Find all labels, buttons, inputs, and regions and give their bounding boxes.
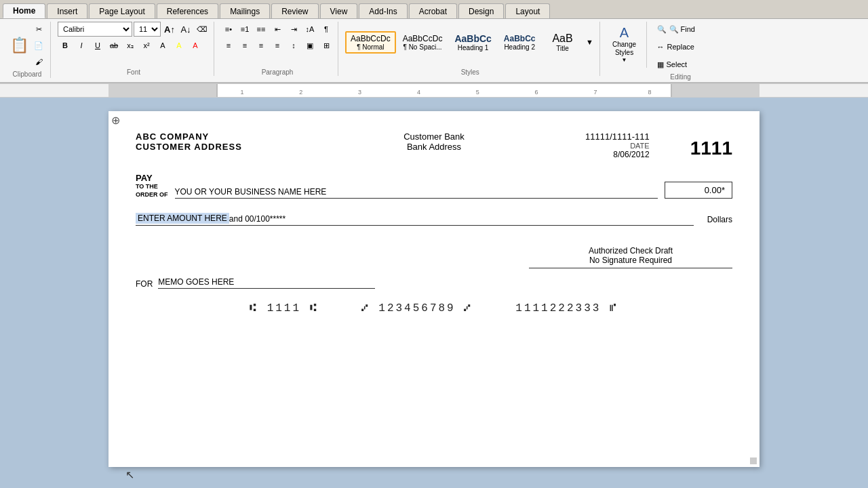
format-painter-button[interactable]: 🖌 <box>31 54 46 69</box>
align-center-button[interactable]: ≡ <box>237 38 252 53</box>
align-left-button[interactable]: ≡ <box>221 38 236 53</box>
highlight-color-button[interactable]: A <box>172 38 186 53</box>
select-icon: ▦ <box>657 60 664 69</box>
tab-references[interactable]: References <box>157 3 218 18</box>
change-styles-arrow: ▼ <box>622 57 627 63</box>
bullets-button[interactable]: ≡• <box>221 22 236 37</box>
superscript-button[interactable]: x² <box>139 38 154 53</box>
align-right-button[interactable]: ≡ <box>254 38 269 53</box>
date-label: DATE <box>585 142 650 150</box>
paragraph-controls: ≡• ≡1 ≡≡ ⇤ ⇥ ↕A ¶ ≡ ≡ ≡ ≡ ↕ ▣ ⊞ <box>221 22 334 53</box>
payee-line[interactable]: YOU OR YOUR BUSINESS NAME HERE <box>175 182 658 199</box>
tab-review[interactable]: Review <box>271 3 318 18</box>
style-title[interactable]: AaB Title <box>542 30 583 55</box>
tab-acrobat[interactable]: Acrobat <box>409 3 457 18</box>
check-number-area: 11111/1111-111 DATE 8/06/2012 1111 <box>534 131 732 159</box>
borders-button[interactable]: ⊞ <box>319 38 334 53</box>
text-effects-button[interactable]: A <box>155 38 170 53</box>
decrease-indent-button[interactable]: ⇤ <box>270 22 285 37</box>
style-no-spacing[interactable]: AaBbCcDc ¶ No Spaci... <box>397 31 448 54</box>
tab-mailings[interactable]: Mailings <box>220 3 270 18</box>
bank-name: Customer Bank <box>334 131 533 142</box>
font-name-row: Calibri 11 A↑ A↓ ⌫ <box>58 22 210 37</box>
change-styles-label: ChangeStyles <box>612 41 636 57</box>
routing-check-row: 11111/1111-111 DATE 8/06/2012 1111 <box>585 131 732 159</box>
pay-labels: PAY TO THEORDER OF <box>136 173 168 199</box>
company-info: ABC COMPANY CUSTOMER ADDRESS <box>136 131 334 159</box>
tab-layout[interactable]: Layout <box>505 3 550 18</box>
shading-button[interactable]: ▣ <box>302 38 317 53</box>
font-name-select[interactable]: Calibri <box>58 22 132 37</box>
tab-insert[interactable]: Insert <box>47 3 87 18</box>
show-formatting-button[interactable]: ¶ <box>319 22 334 37</box>
font-color-button[interactable]: A <box>188 38 203 53</box>
change-styles-icon: A <box>620 25 629 41</box>
change-styles-group: A ChangeStyles ▼ <box>603 22 647 68</box>
tab-page-layout[interactable]: Page Layout <box>89 3 155 18</box>
shrink-font-button[interactable]: A↓ <box>178 22 193 37</box>
increase-indent-button[interactable]: ⇥ <box>286 22 301 37</box>
replace-button[interactable]: ↔ Replace <box>654 39 708 54</box>
style-normal[interactable]: AaBbCcDc ¶ Normal <box>345 31 396 54</box>
styles-group: AaBbCcDc ¶ Normal AaBbCcDc ¶ No Spaci...… <box>341 22 600 76</box>
numbering-button[interactable]: ≡1 <box>237 22 252 37</box>
change-styles-button[interactable]: A ChangeStyles ▼ <box>607 22 642 66</box>
font-label: Font <box>127 68 140 76</box>
copy-button[interactable]: 📄 <box>31 38 46 53</box>
ruler-left-margin <box>108 84 217 97</box>
ruler-right-margin <box>671 84 760 97</box>
style-normal-preview: AaBbCcDc <box>351 34 391 43</box>
style-title-label: Title <box>548 45 578 52</box>
amount-words-highlight: ENTER AMOUNT HERE <box>136 213 229 224</box>
resize-handle[interactable] <box>750 458 757 464</box>
micr-account: ⑇ 123456789 ⑇ <box>361 302 473 314</box>
tab-home[interactable]: Home <box>3 3 45 18</box>
align-row: ≡ ≡ ≡ ≡ ↕ ▣ ⊞ <box>221 38 334 53</box>
find-label: 🔍 Find <box>669 25 695 34</box>
amount-box[interactable]: 0.00* <box>665 182 732 199</box>
subscript-button[interactable]: x₂ <box>123 38 138 53</box>
memo-line[interactable]: MEMO GOES HERE <box>158 275 375 289</box>
style-h2-preview: AaBbCc <box>504 34 536 43</box>
pay-main-label: PAY <box>136 173 168 183</box>
font-size-select[interactable]: 11 <box>134 22 161 37</box>
tab-view[interactable]: View <box>320 3 358 18</box>
strikethrough-button[interactable]: ab <box>106 38 121 53</box>
replace-label: Replace <box>667 43 694 51</box>
style-h1-preview: AaBbCc <box>454 33 491 44</box>
memo-text: MEMO GOES HERE <box>158 277 234 287</box>
micr-line: ⑆ 1111 ⑆ ⑇ 123456789 ⑇ 1111222333 ⑈ <box>136 302 732 314</box>
style-heading1[interactable]: AaBbCc Heading 1 <box>449 30 496 54</box>
company-name: ABC COMPANY <box>136 131 334 142</box>
find-button[interactable]: 🔍 🔍 Find <box>654 22 708 37</box>
italic-button[interactable]: I <box>74 38 89 53</box>
multilevel-list-button[interactable]: ≡≡ <box>254 22 269 37</box>
amount-words-line[interactable]: ENTER AMOUNT HERE and 00/100***** <box>136 209 694 226</box>
justify-button[interactable]: ≡ <box>270 38 285 53</box>
tab-addins[interactable]: Add-Ins <box>359 3 407 18</box>
underline-button[interactable]: U <box>90 38 105 53</box>
signature-area: Authorized Check Draft No Signature Requ… <box>136 246 732 268</box>
line-spacing-button[interactable]: ↕ <box>286 38 301 53</box>
bold-button[interactable]: B <box>58 38 73 53</box>
amount-value: 0.00* <box>705 185 725 195</box>
ruler: 1 2 3 4 5 6 7 8 <box>0 84 868 98</box>
clear-format-button[interactable]: ⌫ <box>195 22 210 37</box>
pay-sub-label: TO THEORDER OF <box>136 183 168 199</box>
clipboard-group: 📋 ✂ 📄 🖌 Clipboard <box>4 22 51 78</box>
font-group: Calibri 11 A↑ A↓ ⌫ B I U ab x₂ x² A <box>54 22 214 76</box>
select-button[interactable]: ▦ Select <box>654 57 708 72</box>
sort-button[interactable]: ↕A <box>302 22 317 37</box>
check-document[interactable]: ⊕ ABC COMPANY CUSTOMER ADDRESS Customer … <box>108 111 760 467</box>
tab-design[interactable]: Design <box>458 3 504 18</box>
check-number: 1111 <box>690 138 732 159</box>
editing-group: 🔍 🔍 Find ↔ Replace ▦ Select Editing <box>650 22 712 81</box>
pay-section: PAY TO THEORDER OF YOU OR YOUR BUSINESS … <box>136 173 732 199</box>
paste-button[interactable]: 📋 <box>8 28 30 63</box>
move-handle[interactable]: ⊕ <box>111 114 120 127</box>
styles-scroll-down[interactable]: ▼ <box>585 22 595 62</box>
cut-button[interactable]: ✂ <box>31 22 46 37</box>
style-heading2[interactable]: AaBbCc Heading 2 <box>498 31 541 54</box>
ruler-content: 1 2 3 4 5 6 7 8 <box>217 84 671 97</box>
grow-font-button[interactable]: A↑ <box>162 22 177 37</box>
